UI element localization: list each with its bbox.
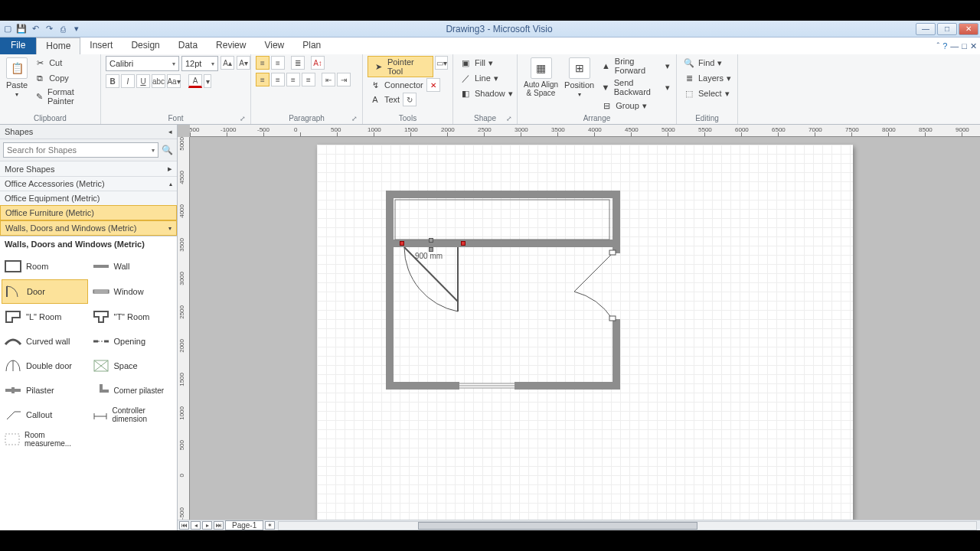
font-color-button[interactable]: A: [188, 74, 202, 88]
undo-icon[interactable]: ↶: [29, 23, 41, 35]
shapes-panel: Shapes◂ Search for Shapes▾ 🔍 More Shapes…: [0, 125, 178, 530]
tab-review[interactable]: Review: [207, 37, 255, 54]
shape-wall[interactable]: Wall: [90, 255, 176, 278]
drawing-viewport[interactable]: 900 mm: [190, 137, 980, 520]
shape-roommeasure[interactable]: Room measureme...: [2, 428, 88, 451]
bullets-button[interactable]: ≣: [291, 56, 305, 70]
panel-close-icon[interactable]: ◂: [168, 128, 172, 135]
font-size-combo[interactable]: 12pt▾: [181, 56, 218, 71]
align-left-button[interactable]: ≡: [256, 73, 270, 86]
stencil-cat-0[interactable]: Office Accessories (Metric)▴: [0, 176, 177, 191]
text-direction-button[interactable]: A↕: [311, 56, 325, 70]
delete-tool-button[interactable]: ✕: [426, 78, 440, 92]
line-button[interactable]: ／Line ▾: [458, 71, 514, 85]
last-page-button[interactable]: ⏭: [214, 521, 224, 530]
shape-search-input[interactable]: Search for Shapes▾: [3, 142, 158, 158]
grow-font-button[interactable]: A▴: [220, 56, 234, 70]
bring-forward-button[interactable]: ▲Bring Forward ▾: [599, 56, 671, 76]
selection-handle[interactable]: [429, 238, 433, 243]
tab-insert[interactable]: Insert: [80, 37, 122, 54]
align-right-button[interactable]: ≡: [286, 73, 300, 86]
selection-handle[interactable]: [461, 241, 466, 246]
shape-door[interactable]: Door: [2, 279, 88, 304]
ribbon-restore-icon[interactable]: □: [962, 41, 967, 51]
horizontal-scrollbar[interactable]: [278, 521, 977, 530]
shape-callout[interactable]: Callout: [2, 403, 88, 426]
shape-window[interactable]: Window: [90, 279, 176, 304]
pointer-tool-button[interactable]: ➤Pointer Tool: [368, 56, 433, 77]
stencil-cat-2[interactable]: Office Furniture (Metric): [0, 205, 177, 220]
select-button[interactable]: ⬚Select ▾: [681, 86, 733, 100]
tab-home[interactable]: Home: [36, 37, 80, 54]
tab-view[interactable]: View: [255, 37, 293, 54]
drawing-page[interactable]: 900 mm: [317, 145, 853, 520]
rect-tool-button[interactable]: ▭▾: [435, 56, 448, 70]
save-icon[interactable]: 💾: [15, 23, 28, 35]
first-page-button[interactable]: ⏮: [179, 521, 189, 530]
find-button[interactable]: 🔍Find ▾: [681, 56, 733, 70]
maximize-button[interactable]: □: [937, 23, 957, 35]
new-page-button[interactable]: ✶: [265, 521, 275, 530]
align-top-button[interactable]: ≡: [256, 56, 270, 70]
page-tab[interactable]: Page-1: [225, 520, 263, 530]
ribbon-close-icon[interactable]: ✕: [970, 41, 977, 51]
group-button[interactable]: ⊟Group ▾: [599, 99, 671, 112]
floor-plan[interactable]: 900 mm: [386, 191, 620, 390]
prev-page-button[interactable]: ◂: [191, 521, 201, 530]
qat-more-icon[interactable]: ▾: [70, 23, 83, 35]
fill-button[interactable]: ▣Fill ▾: [458, 56, 514, 70]
cut-button[interactable]: ✂Cut: [32, 56, 96, 70]
stencil-cat-3[interactable]: Walls, Doors and Windows (Metric)▾: [0, 220, 177, 236]
shape-doubledoor[interactable]: Double door: [2, 354, 88, 377]
shape-search-button[interactable]: 🔍: [160, 142, 174, 158]
copy-button[interactable]: ⧉Copy: [32, 71, 96, 85]
send-backward-button[interactable]: ▼Send Backward ▾: [599, 77, 671, 97]
shape-curvedwall[interactable]: Curved wall: [2, 330, 88, 353]
font-color-drop[interactable]: ▾: [204, 74, 211, 88]
strike-button[interactable]: abc: [152, 74, 165, 88]
more-shapes-row[interactable]: More Shapes▸: [0, 161, 177, 176]
paste-button[interactable]: 📋 Paste▾: [5, 56, 29, 99]
shape-troom[interactable]: "T" Room: [90, 305, 176, 328]
tab-design[interactable]: Design: [122, 37, 168, 54]
minimize-button[interactable]: —: [916, 23, 936, 35]
align-center-button[interactable]: ≡: [271, 73, 285, 86]
shape-opening[interactable]: Opening: [90, 330, 176, 353]
selection-handle[interactable]: [400, 241, 404, 246]
help-icon[interactable]: ?: [942, 41, 947, 51]
stencil-cat-1[interactable]: Office Equipment (Metric): [0, 191, 177, 205]
case-button[interactable]: Aa▾: [167, 74, 181, 88]
print-icon[interactable]: ⎙: [57, 23, 69, 35]
shape-controllerdim[interactable]: Controller dimension: [90, 403, 176, 426]
position-button[interactable]: ⊞Position▾: [563, 56, 596, 99]
tab-plan[interactable]: Plan: [293, 37, 330, 54]
shadow-button[interactable]: ◧Shadow ▾: [458, 86, 514, 100]
layers-button[interactable]: ≣Layers ▾: [681, 71, 733, 85]
close-button[interactable]: ✕: [959, 23, 978, 35]
tab-file[interactable]: File: [0, 37, 36, 54]
redo-icon[interactable]: ↷: [43, 23, 55, 35]
autoalign-button[interactable]: ▦Auto Align & Space: [522, 56, 560, 99]
shape-lroom[interactable]: "L" Room: [2, 305, 88, 328]
format-painter-button[interactable]: ✎Format Painter: [32, 86, 96, 106]
italic-button[interactable]: I: [121, 74, 135, 88]
font-name-combo[interactable]: Calibri▾: [106, 56, 179, 71]
bold-button[interactable]: B: [106, 74, 119, 88]
next-page-button[interactable]: ▸: [202, 521, 212, 530]
shape-cornerpilaster[interactable]: Corner pilaster: [90, 379, 176, 402]
ribbon-min-icon[interactable]: —: [950, 41, 959, 51]
shape-pilaster[interactable]: Pilaster: [2, 379, 88, 402]
connector-tool-button[interactable]: ↯Connector: [368, 78, 425, 92]
shrink-font-button[interactable]: A▾: [237, 56, 250, 70]
inc-indent-button[interactable]: ⇥: [337, 73, 351, 86]
tab-data[interactable]: Data: [169, 37, 207, 54]
help-up-icon[interactable]: ˆ: [937, 41, 940, 51]
text-tool-button[interactable]: AText: [368, 93, 401, 106]
dec-indent-button[interactable]: ⇤: [322, 73, 335, 86]
ink-tool-button[interactable]: ↻: [403, 93, 416, 106]
align-justify-button[interactable]: ≡: [302, 73, 315, 86]
shape-space[interactable]: Space: [90, 354, 176, 377]
underline-button[interactable]: U: [136, 74, 150, 88]
align-middle-button[interactable]: ≡: [271, 56, 285, 70]
shape-room[interactable]: Room: [2, 255, 88, 278]
